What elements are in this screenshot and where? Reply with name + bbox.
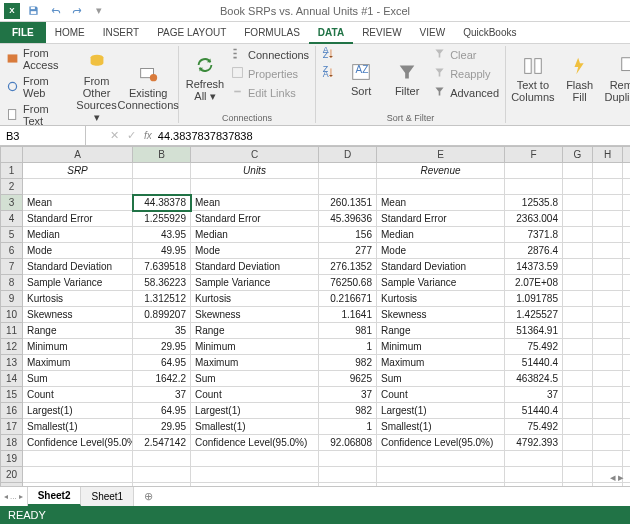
- cell[interactable]: [319, 179, 377, 195]
- cell[interactable]: [563, 451, 593, 467]
- cell[interactable]: 4792.393: [505, 435, 563, 451]
- cell[interactable]: [563, 355, 593, 371]
- cell[interactable]: [623, 179, 631, 195]
- home-tab[interactable]: HOME: [46, 22, 94, 43]
- cell[interactable]: [593, 339, 623, 355]
- review-tab[interactable]: REVIEW: [353, 22, 410, 43]
- cell[interactable]: 12535.8: [505, 195, 563, 211]
- cell[interactable]: [563, 211, 593, 227]
- cell[interactable]: [623, 163, 631, 179]
- cell[interactable]: Kurtosis: [377, 291, 505, 307]
- row-header[interactable]: 15: [1, 387, 23, 403]
- column-header[interactable]: H: [593, 147, 623, 163]
- cell[interactable]: [563, 243, 593, 259]
- cell[interactable]: [623, 243, 631, 259]
- cell[interactable]: 29.95: [133, 419, 191, 435]
- cell[interactable]: [593, 259, 623, 275]
- cell[interactable]: Smallest(1): [23, 419, 133, 435]
- cell[interactable]: [593, 371, 623, 387]
- cell[interactable]: [377, 483, 505, 487]
- cell[interactable]: [505, 467, 563, 483]
- cell[interactable]: 9625: [319, 371, 377, 387]
- column-header[interactable]: E: [377, 147, 505, 163]
- cell[interactable]: [191, 451, 319, 467]
- cell[interactable]: [593, 307, 623, 323]
- cell[interactable]: 37: [133, 387, 191, 403]
- cell[interactable]: 35: [133, 323, 191, 339]
- cell[interactable]: 43.95: [133, 227, 191, 243]
- existing-conn-button[interactable]: Existing Connections: [124, 46, 172, 126]
- clear-button[interactable]: Clear: [433, 46, 499, 63]
- advanced-button[interactable]: Advanced: [433, 84, 499, 101]
- cell[interactable]: Range: [23, 323, 133, 339]
- cell[interactable]: 37: [505, 387, 563, 403]
- cell[interactable]: [23, 179, 133, 195]
- sheet-tab-sheet2[interactable]: Sheet2: [28, 487, 82, 506]
- from-web-button[interactable]: From Web: [6, 74, 69, 100]
- cell[interactable]: 2363.004: [505, 211, 563, 227]
- from-text-button[interactable]: From Text: [6, 102, 69, 126]
- cell[interactable]: Median: [23, 227, 133, 243]
- cell[interactable]: [563, 307, 593, 323]
- row-header[interactable]: 9: [1, 291, 23, 307]
- view-tab[interactable]: VIEW: [411, 22, 455, 43]
- cell[interactable]: Confidence Level(95.0%): [23, 435, 133, 451]
- cell[interactable]: 64.95: [133, 403, 191, 419]
- text-to-columns-button[interactable]: Text to Columns: [512, 46, 554, 111]
- cell[interactable]: 45.39636: [319, 211, 377, 227]
- cell[interactable]: [623, 307, 631, 323]
- cell[interactable]: 463824.5: [505, 371, 563, 387]
- cell[interactable]: [563, 323, 593, 339]
- cell[interactable]: [191, 467, 319, 483]
- sort-az-button[interactable]: AZ: [322, 46, 335, 63]
- cell[interactable]: 51440.4: [505, 403, 563, 419]
- cell[interactable]: 1.312512: [133, 291, 191, 307]
- cell[interactable]: Sample Variance: [191, 275, 319, 291]
- cell[interactable]: Largest(1): [23, 403, 133, 419]
- row-header[interactable]: 5: [1, 227, 23, 243]
- cell[interactable]: 1.255929: [133, 211, 191, 227]
- sheet-nav[interactable]: ◂...▸: [0, 487, 28, 506]
- row-header[interactable]: 11: [1, 323, 23, 339]
- row-header[interactable]: 12: [1, 339, 23, 355]
- from-other-button[interactable]: From Other Sources ▾: [75, 46, 119, 126]
- cell[interactable]: 49.95: [133, 243, 191, 259]
- cell[interactable]: [563, 275, 593, 291]
- cell[interactable]: 51440.4: [505, 355, 563, 371]
- cell[interactable]: 37: [319, 387, 377, 403]
- cell[interactable]: 51364.91: [505, 323, 563, 339]
- cell[interactable]: 7371.8: [505, 227, 563, 243]
- cell[interactable]: Sample Variance: [377, 275, 505, 291]
- pagelayout-tab[interactable]: PAGE LAYOUT: [148, 22, 235, 43]
- cell[interactable]: [623, 403, 631, 419]
- cell[interactable]: Minimum: [377, 339, 505, 355]
- cell[interactable]: Kurtosis: [23, 291, 133, 307]
- cell[interactable]: 75.492: [505, 339, 563, 355]
- cell[interactable]: 58.36223: [133, 275, 191, 291]
- cell[interactable]: 0.899207: [133, 307, 191, 323]
- sort-button[interactable]: AZSort: [341, 46, 381, 111]
- row-header[interactable]: 13: [1, 355, 23, 371]
- filter-button[interactable]: Filter: [387, 46, 427, 111]
- cell[interactable]: [593, 179, 623, 195]
- cell[interactable]: 156: [319, 227, 377, 243]
- column-header[interactable]: [1, 147, 23, 163]
- cell[interactable]: [623, 195, 631, 211]
- column-header[interactable]: G: [563, 147, 593, 163]
- row-header[interactable]: 2: [1, 179, 23, 195]
- cell[interactable]: Smallest(1): [377, 419, 505, 435]
- cell[interactable]: [593, 243, 623, 259]
- cell[interactable]: Units: [191, 163, 319, 179]
- cell[interactable]: [23, 483, 133, 487]
- spreadsheet-grid[interactable]: ABCDEFGHIJ 1SRPUnitsRevenue23Mean44.3837…: [0, 146, 630, 486]
- editlinks-button[interactable]: Edit Links: [231, 84, 309, 101]
- cell[interactable]: Standard Error: [191, 211, 319, 227]
- cell[interactable]: Mode: [377, 243, 505, 259]
- add-sheet-button[interactable]: ⊕: [134, 487, 162, 506]
- cell[interactable]: Sum: [377, 371, 505, 387]
- name-box[interactable]: B3: [0, 126, 86, 146]
- cell[interactable]: [563, 291, 593, 307]
- cell[interactable]: 260.1351: [319, 195, 377, 211]
- row-header[interactable]: 10: [1, 307, 23, 323]
- row-header[interactable]: 1: [1, 163, 23, 179]
